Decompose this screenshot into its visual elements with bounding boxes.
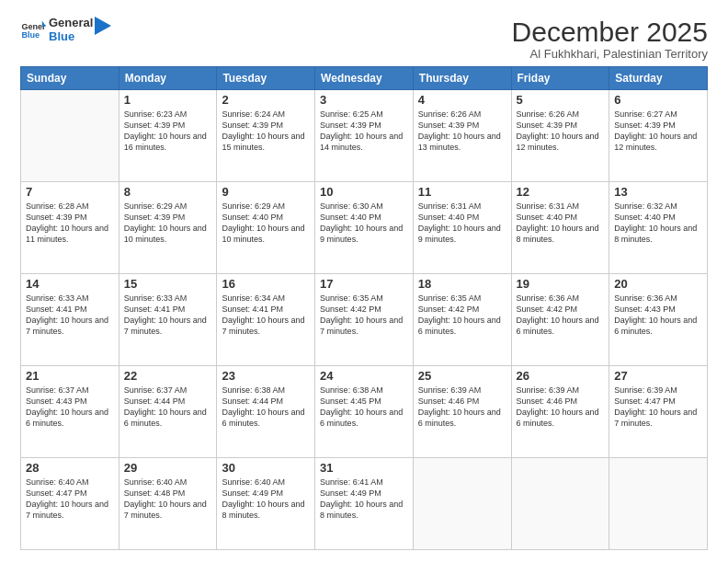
day-info: Sunrise: 6:37 AM Sunset: 4:43 PM Dayligh…	[26, 385, 114, 430]
day-info: Sunrise: 6:35 AM Sunset: 4:42 PM Dayligh…	[418, 293, 506, 338]
calendar-cell: 23Sunrise: 6:38 AM Sunset: 4:44 PM Dayli…	[217, 366, 315, 458]
calendar-cell: 29Sunrise: 6:40 AM Sunset: 4:48 PM Dayli…	[119, 458, 217, 550]
calendar-cell: 27Sunrise: 6:39 AM Sunset: 4:47 PM Dayli…	[609, 366, 708, 458]
calendar-cell: 25Sunrise: 6:39 AM Sunset: 4:46 PM Dayli…	[413, 366, 511, 458]
weekday-header: Monday	[119, 67, 217, 90]
calendar-cell: 21Sunrise: 6:37 AM Sunset: 4:43 PM Dayli…	[21, 366, 119, 458]
day-number: 31	[320, 461, 408, 475]
day-number: 7	[26, 185, 114, 199]
day-info: Sunrise: 6:31 AM Sunset: 4:40 PM Dayligh…	[418, 201, 506, 246]
day-info: Sunrise: 6:30 AM Sunset: 4:40 PM Dayligh…	[320, 201, 408, 246]
calendar-cell: 7Sunrise: 6:28 AM Sunset: 4:39 PM Daylig…	[21, 182, 119, 274]
header: General Blue General Blue December 2025 …	[20, 17, 708, 61]
day-number: 22	[124, 369, 212, 383]
calendar-week-row: 7Sunrise: 6:28 AM Sunset: 4:39 PM Daylig…	[21, 182, 708, 274]
day-info: Sunrise: 6:32 AM Sunset: 4:40 PM Dayligh…	[614, 201, 702, 246]
calendar-header-row: SundayMondayTuesdayWednesdayThursdayFrid…	[21, 67, 708, 90]
day-info: Sunrise: 6:29 AM Sunset: 4:40 PM Dayligh…	[222, 201, 310, 246]
day-info: Sunrise: 6:40 AM Sunset: 4:47 PM Dayligh…	[26, 477, 114, 522]
day-info: Sunrise: 6:31 AM Sunset: 4:40 PM Dayligh…	[517, 201, 605, 246]
day-number: 27	[614, 369, 702, 383]
calendar-cell: 14Sunrise: 6:33 AM Sunset: 4:41 PM Dayli…	[21, 274, 119, 366]
calendar-cell: 9Sunrise: 6:29 AM Sunset: 4:40 PM Daylig…	[217, 182, 315, 274]
calendar-cell: 11Sunrise: 6:31 AM Sunset: 4:40 PM Dayli…	[413, 182, 511, 274]
calendar-cell: 2Sunrise: 6:24 AM Sunset: 4:39 PM Daylig…	[217, 90, 315, 182]
calendar-cell: 15Sunrise: 6:33 AM Sunset: 4:41 PM Dayli…	[119, 274, 217, 366]
calendar-table: SundayMondayTuesdayWednesdayThursdayFrid…	[20, 66, 708, 550]
day-info: Sunrise: 6:40 AM Sunset: 4:49 PM Dayligh…	[222, 477, 310, 522]
day-number: 16	[222, 277, 310, 291]
calendar-cell: 1Sunrise: 6:23 AM Sunset: 4:39 PM Daylig…	[119, 90, 217, 182]
day-number: 1	[124, 93, 212, 107]
day-number: 17	[320, 277, 408, 291]
title-block: December 2025 Al Fukhkhari, Palestinian …	[512, 17, 708, 61]
page: General Blue General Blue December 2025 …	[0, 0, 728, 563]
day-number: 3	[320, 93, 408, 107]
day-number: 9	[222, 185, 310, 199]
calendar-cell: 30Sunrise: 6:40 AM Sunset: 4:49 PM Dayli…	[217, 458, 315, 550]
day-number: 30	[222, 461, 310, 475]
day-info: Sunrise: 6:26 AM Sunset: 4:39 PM Dayligh…	[418, 109, 506, 154]
day-number: 6	[614, 93, 702, 107]
calendar-cell: 5Sunrise: 6:26 AM Sunset: 4:39 PM Daylig…	[511, 90, 609, 182]
day-info: Sunrise: 6:37 AM Sunset: 4:44 PM Dayligh…	[124, 385, 212, 430]
day-number: 19	[517, 277, 605, 291]
calendar-cell	[511, 458, 609, 550]
calendar-cell: 26Sunrise: 6:39 AM Sunset: 4:46 PM Dayli…	[511, 366, 609, 458]
calendar-cell: 3Sunrise: 6:25 AM Sunset: 4:39 PM Daylig…	[315, 90, 414, 182]
day-number: 23	[222, 369, 310, 383]
weekday-header: Saturday	[609, 67, 708, 90]
day-number: 28	[26, 461, 114, 475]
day-number: 12	[517, 185, 605, 199]
calendar-cell: 28Sunrise: 6:40 AM Sunset: 4:47 PM Dayli…	[21, 458, 119, 550]
day-info: Sunrise: 6:39 AM Sunset: 4:46 PM Dayligh…	[517, 385, 605, 430]
day-number: 14	[26, 277, 114, 291]
day-number: 26	[517, 369, 605, 383]
day-number: 5	[517, 93, 605, 107]
calendar-cell	[413, 458, 511, 550]
svg-text:Blue: Blue	[21, 30, 40, 40]
logo-triangle-icon	[95, 17, 111, 37]
day-number: 20	[614, 277, 702, 291]
weekday-header: Friday	[511, 67, 609, 90]
day-number: 25	[418, 369, 506, 383]
day-number: 15	[124, 277, 212, 291]
calendar-cell: 16Sunrise: 6:34 AM Sunset: 4:41 PM Dayli…	[217, 274, 315, 366]
day-info: Sunrise: 6:33 AM Sunset: 4:41 PM Dayligh…	[124, 293, 212, 338]
calendar-cell: 24Sunrise: 6:38 AM Sunset: 4:45 PM Dayli…	[315, 366, 414, 458]
day-info: Sunrise: 6:26 AM Sunset: 4:39 PM Dayligh…	[517, 109, 605, 154]
day-info: Sunrise: 6:28 AM Sunset: 4:39 PM Dayligh…	[26, 201, 114, 246]
svg-marker-3	[95, 17, 111, 35]
day-number: 21	[26, 369, 114, 383]
day-info: Sunrise: 6:40 AM Sunset: 4:48 PM Dayligh…	[124, 477, 212, 522]
day-info: Sunrise: 6:36 AM Sunset: 4:43 PM Dayligh…	[614, 293, 702, 338]
day-info: Sunrise: 6:33 AM Sunset: 4:41 PM Dayligh…	[26, 293, 114, 338]
day-number: 2	[222, 93, 310, 107]
logo: General Blue General Blue	[20, 17, 111, 44]
calendar-cell: 31Sunrise: 6:41 AM Sunset: 4:49 PM Dayli…	[315, 458, 414, 550]
calendar-cell: 20Sunrise: 6:36 AM Sunset: 4:43 PM Dayli…	[609, 274, 708, 366]
calendar-week-row: 14Sunrise: 6:33 AM Sunset: 4:41 PM Dayli…	[21, 274, 708, 366]
day-number: 8	[124, 185, 212, 199]
page-subtitle: Al Fukhkhari, Palestinian Territory	[512, 47, 708, 61]
calendar-cell	[609, 458, 708, 550]
day-info: Sunrise: 6:27 AM Sunset: 4:39 PM Dayligh…	[614, 109, 702, 154]
day-info: Sunrise: 6:38 AM Sunset: 4:45 PM Dayligh…	[320, 385, 408, 430]
day-info: Sunrise: 6:24 AM Sunset: 4:39 PM Dayligh…	[222, 109, 310, 154]
calendar-cell: 4Sunrise: 6:26 AM Sunset: 4:39 PM Daylig…	[413, 90, 511, 182]
day-info: Sunrise: 6:35 AM Sunset: 4:42 PM Dayligh…	[320, 293, 408, 338]
weekday-header: Tuesday	[217, 67, 315, 90]
day-info: Sunrise: 6:41 AM Sunset: 4:49 PM Dayligh…	[320, 477, 408, 522]
calendar-week-row: 1Sunrise: 6:23 AM Sunset: 4:39 PM Daylig…	[21, 90, 708, 182]
day-info: Sunrise: 6:39 AM Sunset: 4:47 PM Dayligh…	[614, 385, 702, 430]
day-info: Sunrise: 6:38 AM Sunset: 4:44 PM Dayligh…	[222, 385, 310, 430]
logo-icon: General Blue	[20, 17, 46, 43]
day-number: 24	[320, 369, 408, 383]
day-number: 4	[418, 93, 506, 107]
day-info: Sunrise: 6:39 AM Sunset: 4:46 PM Dayligh…	[418, 385, 506, 430]
day-number: 29	[124, 461, 212, 475]
calendar-cell: 17Sunrise: 6:35 AM Sunset: 4:42 PM Dayli…	[315, 274, 414, 366]
calendar-cell: 12Sunrise: 6:31 AM Sunset: 4:40 PM Dayli…	[511, 182, 609, 274]
day-number: 11	[418, 185, 506, 199]
calendar-week-row: 28Sunrise: 6:40 AM Sunset: 4:47 PM Dayli…	[21, 458, 708, 550]
